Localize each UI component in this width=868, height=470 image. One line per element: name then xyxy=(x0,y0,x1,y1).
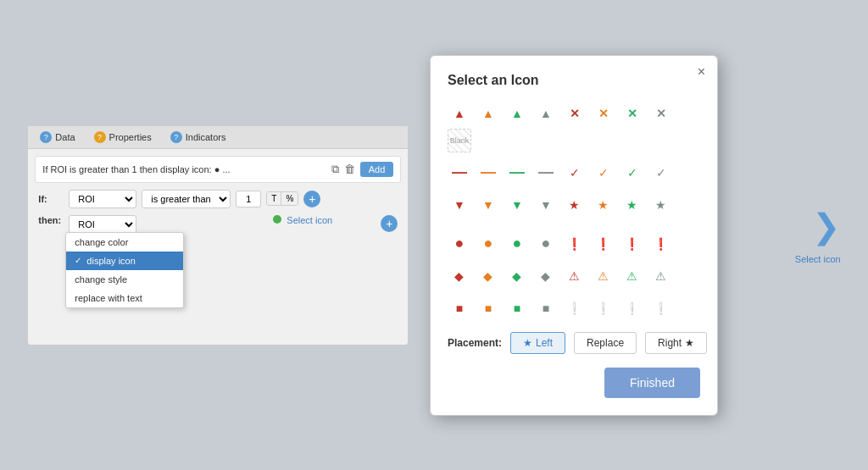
operator-select[interactable]: is greater than xyxy=(142,190,231,208)
icon-arrow-up-red[interactable]: ▲ xyxy=(448,102,471,125)
icon-dash-red[interactable]: — xyxy=(448,161,471,185)
condition-icons: ⧉ 🗑 Add xyxy=(331,162,394,177)
icon-arrow-up-orange[interactable]: ▲ xyxy=(476,102,500,125)
then-field-select[interactable]: ROI xyxy=(69,215,136,234)
action-change-style[interactable]: change style xyxy=(66,270,183,289)
icon-warning-gray[interactable]: ⚠ xyxy=(649,264,673,288)
icon-circle-green[interactable]: ● xyxy=(505,232,529,256)
icon-excl-rect-orange[interactable]: ❕ xyxy=(592,296,615,320)
icon-row-6: ■ ■ ■ ■ ❕ ❕ ❕ ❕ xyxy=(448,296,700,320)
then-row: then: ROI change color ✓ display icon ch… xyxy=(35,215,401,234)
icon-arrow-up-green[interactable]: ▲ xyxy=(505,102,529,125)
icon-excl-circle-green[interactable]: ❗ xyxy=(620,232,644,256)
icon-dash-orange[interactable]: — xyxy=(476,161,500,185)
icon-arrow-down-red[interactable]: ▼ xyxy=(448,193,471,217)
icon-star-gray[interactable]: ★ xyxy=(649,193,673,217)
icon-excl-circle-red[interactable]: ❗ xyxy=(563,232,587,256)
format-btn-left[interactable]: T xyxy=(267,192,281,205)
icon-circle-red[interactable]: ● xyxy=(448,232,471,256)
placement-replace-button[interactable]: Replace xyxy=(574,332,637,354)
data-tab-icon: ? xyxy=(40,131,52,143)
icon-row-5: ◆ ◆ ◆ ◆ ⚠ ⚠ ⚠ ⚠ xyxy=(448,264,700,288)
action-display-icon[interactable]: ✓ display icon xyxy=(66,252,183,270)
condition-row: If ROI is greater than 1 then display ic… xyxy=(35,156,401,183)
icon-x-orange[interactable]: ✕ xyxy=(592,102,615,125)
icon-row-1: ▲ ▲ ▲ ▲ ✕ ✕ ✕ ✕ Blank xyxy=(448,102,700,152)
placement-replace-label: Replace xyxy=(587,337,624,349)
icon-preview-dot xyxy=(273,215,281,224)
icon-dash-green[interactable]: — xyxy=(505,161,529,185)
copy-icon[interactable]: ⧉ xyxy=(331,163,339,176)
tab-bar: ? Data ? Properties ? Indicators xyxy=(28,126,408,149)
icon-x-red[interactable]: ✕ xyxy=(563,102,587,125)
icon-arrow-down-gray[interactable]: ▼ xyxy=(534,193,558,217)
placement-left-label: Left xyxy=(536,337,553,349)
icon-diamond-red[interactable]: ◆ xyxy=(448,264,471,288)
icon-row-2: — — — — ✓ ✓ ✓ ✓ xyxy=(448,161,700,185)
icon-blank[interactable]: Blank xyxy=(448,129,471,152)
tab-data-label: Data xyxy=(55,132,75,142)
if-label: If: xyxy=(38,194,64,204)
properties-tab-icon: ? xyxy=(94,131,106,143)
tab-properties[interactable]: ? Properties xyxy=(86,126,160,148)
threshold-input[interactable] xyxy=(236,191,261,207)
icon-excl-circle-gray[interactable]: ❗ xyxy=(649,232,673,256)
icon-check-gray[interactable]: ✓ xyxy=(649,161,673,185)
icon-row-3: ▼ ▼ ▼ ▼ ★ ★ ★ ★ xyxy=(448,193,700,217)
icon-warning-orange[interactable]: ⚠ xyxy=(592,264,615,288)
delete-icon[interactable]: 🗑 xyxy=(344,163,355,175)
close-dialog-button[interactable]: × xyxy=(698,64,705,80)
change-style-label: change style xyxy=(75,274,127,285)
tab-indicators-label: Indicators xyxy=(186,132,226,142)
icon-dash-gray[interactable]: — xyxy=(534,161,558,185)
if-field-select[interactable]: ROI xyxy=(69,190,136,208)
finished-button[interactable]: Finished xyxy=(604,368,700,398)
icon-warning-red[interactable]: ⚠ xyxy=(563,264,587,288)
icon-circle-gray[interactable]: ● xyxy=(534,232,558,256)
icon-excl-rect-green[interactable]: ❕ xyxy=(620,296,644,320)
action-change-color[interactable]: change color xyxy=(66,233,183,252)
add-button[interactable]: Add xyxy=(360,162,394,177)
action-dropdown: change color ✓ display icon change style… xyxy=(65,232,184,308)
select-icon-dialog: × Select an Icon ▲ ▲ ▲ ▲ ✕ ✕ ✕ ✕ Blank —… xyxy=(430,55,718,416)
tab-data[interactable]: ? Data xyxy=(31,126,83,148)
placement-right-label: Right xyxy=(658,337,682,349)
icon-square-green[interactable]: ■ xyxy=(505,296,529,320)
icon-check-green[interactable]: ✓ xyxy=(620,161,644,185)
icon-excl-rect-red[interactable]: ❕ xyxy=(563,296,587,320)
icon-arrow-down-green[interactable]: ▼ xyxy=(505,193,529,217)
left-star-icon: ★ xyxy=(523,337,532,349)
icon-arrow-up-gray[interactable]: ▲ xyxy=(534,102,558,125)
icon-square-red[interactable]: ■ xyxy=(448,296,471,320)
check-icon: ✓ xyxy=(75,256,81,265)
icon-warning-green[interactable]: ⚠ xyxy=(620,264,644,288)
left-panel: ? Data ? Properties ? Indicators If ROI … xyxy=(27,125,409,346)
placement-left-button[interactable]: ★ Left xyxy=(510,332,565,354)
icon-circle-orange[interactable]: ● xyxy=(476,232,500,256)
icon-diamond-gray[interactable]: ◆ xyxy=(534,264,558,288)
placement-right-button[interactable]: Right ★ xyxy=(645,332,707,354)
icon-check-orange[interactable]: ✓ xyxy=(592,161,615,185)
icon-square-orange[interactable]: ■ xyxy=(476,296,500,320)
icon-square-gray[interactable]: ■ xyxy=(534,296,558,320)
icon-star-red[interactable]: ★ xyxy=(563,193,587,217)
select-icon-link[interactable]: Select icon xyxy=(287,215,332,225)
icon-excl-rect-gray[interactable]: ❕ xyxy=(649,296,673,320)
icon-diamond-green[interactable]: ◆ xyxy=(505,264,529,288)
tab-indicators[interactable]: ? Indicators xyxy=(162,126,235,148)
condition-text: If ROI is greater than 1 then display ic… xyxy=(42,164,230,174)
icon-diamond-orange[interactable]: ◆ xyxy=(476,264,500,288)
icon-arrow-down-orange[interactable]: ▼ xyxy=(476,193,500,217)
icon-check-red[interactable]: ✓ xyxy=(563,161,587,185)
icon-star-green[interactable]: ★ xyxy=(620,193,644,217)
icon-x-green[interactable]: ✕ xyxy=(620,102,644,125)
right-context-panel: ❯ Select icon xyxy=(739,125,841,346)
add-condition-button[interactable]: + xyxy=(303,191,320,207)
right-select-icon-link[interactable]: Select icon xyxy=(795,254,841,264)
action-replace-text[interactable]: replace with text xyxy=(66,289,183,307)
icon-x-gray[interactable]: ✕ xyxy=(649,102,673,125)
format-btn-right[interactable]: % xyxy=(281,192,298,205)
add-then-button[interactable]: + xyxy=(381,215,398,232)
icon-excl-circle-orange[interactable]: ❗ xyxy=(592,232,615,256)
icon-star-orange[interactable]: ★ xyxy=(592,193,615,217)
